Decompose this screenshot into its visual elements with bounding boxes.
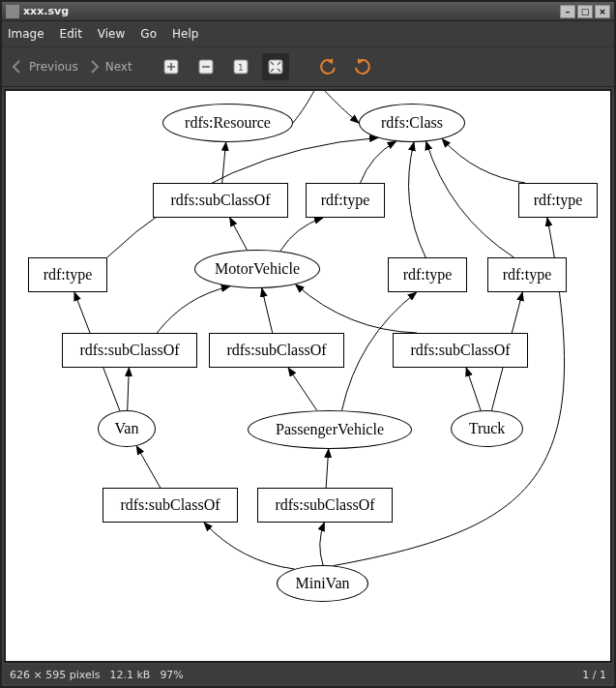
status-filesize: 12.1 kB	[109, 669, 150, 681]
status-page: 1 / 1	[582, 669, 606, 681]
zoom-in-button[interactable]	[158, 53, 185, 80]
graph-node-sco_pv: rdfs:subClassOf	[209, 333, 344, 368]
menubar: Image Edit View Go Help	[2, 21, 614, 46]
zoom-original-icon: 1	[233, 59, 249, 75]
arrow-right-icon	[86, 59, 102, 75]
graph-node-truck: Truck	[451, 410, 523, 447]
graph-node-sco_res: rdfs:subClassOf	[153, 183, 288, 218]
graph-node-mv: MotorVehicle	[194, 250, 320, 288]
image-viewport[interactable]: rdfs:Resourcerdfs:Classrdfs:subClassOfrd…	[4, 89, 612, 663]
previous-button[interactable]: Previous	[10, 59, 78, 75]
toolbar: Previous Next 1	[2, 46, 614, 87]
zoom-original-button[interactable]: 1	[227, 53, 254, 80]
graph-node-sco_mvan1: rdfs:subClassOf	[103, 488, 238, 523]
graph-node-type_l: rdf:type	[28, 257, 107, 292]
zoom-in-icon	[163, 59, 179, 75]
graph-node-sco_van: rdfs:subClassOf	[62, 333, 197, 368]
graph-node-type_c2: rdf:type	[518, 183, 598, 218]
previous-label: Previous	[29, 60, 78, 74]
minimize-button[interactable]: –	[560, 5, 575, 18]
menu-go[interactable]: Go	[140, 27, 157, 41]
graph-node-sco_truck: rdfs:subClassOf	[393, 333, 528, 368]
maximize-button[interactable]: □	[577, 5, 593, 18]
zoom-out-icon	[198, 59, 214, 75]
rotate-left-button[interactable]	[314, 53, 341, 80]
next-button[interactable]: Next	[86, 59, 132, 75]
graph-node-class: rdfs:Class	[359, 104, 465, 142]
graph-node-pv: PassengerVehicle	[248, 410, 412, 449]
app-icon	[6, 5, 19, 18]
rotate-right-button[interactable]	[349, 53, 376, 80]
arrow-left-icon	[10, 59, 25, 75]
graph-node-van: Van	[98, 410, 156, 447]
graph-node-type_r1: rdf:type	[388, 257, 467, 292]
menu-view[interactable]: View	[98, 27, 125, 41]
menu-help[interactable]: Help	[172, 27, 198, 41]
graph-node-minivan: MiniVan	[277, 565, 368, 602]
close-button[interactable]: ×	[595, 5, 610, 18]
statusbar: 626 × 595 pixels 12.1 kB 97% 1 / 1	[4, 665, 612, 684]
next-label: Next	[105, 60, 132, 74]
titlebar: xxx.svg – □ ×	[2, 2, 614, 21]
rotate-left-icon	[319, 58, 337, 75]
zoom-fit-button[interactable]	[262, 53, 289, 80]
zoom-out-button[interactable]	[192, 53, 220, 80]
window-title: xxx.svg	[23, 5, 558, 17]
status-dimensions: 626 × 595 pixels	[10, 669, 100, 681]
svg-text:1: 1	[238, 63, 244, 73]
graph-node-type_c1: rdf:type	[306, 183, 385, 218]
menu-edit[interactable]: Edit	[60, 27, 82, 41]
status-zoom: 97%	[160, 669, 183, 681]
rotate-right-icon	[354, 58, 371, 75]
graph-node-sco_mvan2: rdfs:subClassOf	[257, 488, 393, 523]
menu-image[interactable]: Image	[8, 27, 44, 41]
graph-node-type_r2: rdf:type	[487, 257, 567, 292]
graph-node-resource: rdfs:Resource	[162, 104, 293, 142]
zoom-fit-icon	[268, 59, 283, 75]
